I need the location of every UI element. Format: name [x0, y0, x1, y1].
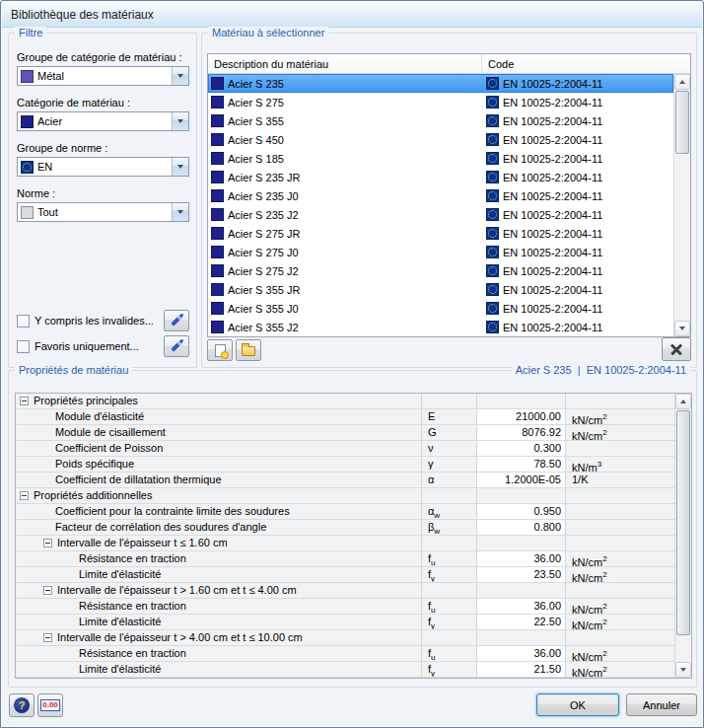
filter-combobox[interactable]: Métal [17, 66, 189, 86]
scroll-up-button[interactable] [674, 74, 690, 90]
filter-combobox[interactable]: EN [17, 157, 189, 177]
property-symbol-cell: fu [422, 599, 477, 615]
property-value-cell[interactable]: 23.50 [477, 567, 566, 583]
chevron-down-icon[interactable] [172, 112, 188, 130]
property-label: Coefficient pour la contrainte limite de… [55, 505, 290, 517]
scroll-up-button[interactable] [675, 394, 691, 409]
filter-field: Groupe de norme :EN [17, 142, 189, 177]
property-value-cell[interactable]: 36.00 [477, 551, 566, 567]
property-value-cell[interactable]: 78.50 [477, 457, 566, 473]
property-value-cell[interactable]: 0.950 [477, 504, 566, 520]
column-header-code[interactable]: Code [482, 54, 690, 73]
property-value-cell[interactable]: 8076.92 [477, 425, 566, 441]
column-header-description[interactable]: Description du matériau [208, 54, 482, 73]
material-row[interactable]: Acier S 275 J2EN 10025-2:2004-11 [208, 261, 673, 280]
property-unit-cell [566, 441, 674, 457]
property-value-cell[interactable]: 1.2000E-05 [477, 473, 566, 488]
collapse-icon[interactable] [43, 539, 52, 547]
property-value-cell[interactable]: 36.00 [477, 646, 566, 662]
calculator-icon: 0.00 [40, 699, 60, 711]
chevron-down-icon[interactable] [172, 203, 188, 221]
property-value-cell[interactable]: 0.800 [477, 520, 566, 536]
scroll-down-button[interactable] [675, 662, 691, 678]
calculator-button[interactable]: 0.00 [37, 693, 63, 717]
arrow-down-icon [679, 327, 685, 330]
material-scrollbar[interactable] [673, 74, 690, 336]
material-row[interactable]: Acier S 235EN 10025-2:2004-11 [208, 74, 673, 93]
checkbox[interactable] [17, 315, 30, 328]
delete-material-button[interactable] [662, 337, 691, 361]
property-unit-cell [566, 520, 674, 536]
checkbox[interactable] [17, 340, 30, 353]
symbol: ν [428, 442, 434, 454]
filter-combobox[interactable]: Tout [17, 202, 189, 222]
material-row[interactable]: Acier S 355EN 10025-2:2004-11 [208, 111, 673, 130]
eu-flag-icon [486, 189, 499, 202]
new-material-button[interactable] [207, 339, 233, 361]
chevron-down-icon[interactable] [172, 158, 188, 176]
collapse-icon[interactable] [20, 491, 29, 500]
material-code: EN 10025-2:2004-11 [503, 78, 602, 90]
property-row[interactable]: Intervalle de l'épaisseur t ≤ 1.60 cm [16, 536, 674, 551]
material-row[interactable]: Acier S 355 J0EN 10025-2:2004-11 [208, 299, 673, 318]
property-row[interactable]: Propriétés additionnelles [16, 488, 674, 504]
material-code: EN 10025-2:2004-11 [503, 153, 602, 165]
property-row: Limite d'élasticitéfy22.50kN/cm2 [16, 615, 674, 630]
property-row[interactable]: Propriétés principales [16, 394, 674, 409]
property-symbol-cell [422, 488, 477, 504]
filter-check-row: Y compris les invalides... [17, 308, 189, 333]
property-value-cell[interactable]: 0.300 [477, 441, 566, 457]
filter-combobox[interactable]: Acier [17, 111, 189, 131]
collapse-icon[interactable] [43, 586, 52, 595]
ok-button[interactable]: OK [536, 693, 619, 716]
property-symbol-cell: fy [422, 615, 477, 630]
scroll-track[interactable] [674, 90, 690, 321]
combobox-value: Tout [37, 206, 172, 218]
material-row[interactable]: Acier S 235 J0EN 10025-2:2004-11 [208, 186, 673, 205]
scroll-thumb[interactable] [675, 91, 689, 154]
material-row[interactable]: Acier S 450EN 10025-2:2004-11 [208, 130, 673, 149]
unit-exponent: 2 [602, 412, 606, 421]
combobox-value: Métal [37, 70, 172, 82]
eu-flag-icon [486, 114, 499, 127]
property-label: Module de cisaillement [55, 426, 166, 438]
unit: kN/cm [572, 667, 602, 678]
unit-exponent: 3 [598, 460, 601, 469]
title-bar[interactable]: Bibliothèque des matériaux [2, 2, 702, 28]
import-material-button[interactable] [236, 339, 261, 361]
property-symbol-cell: fu [422, 646, 477, 662]
scroll-thumb[interactable] [676, 410, 690, 635]
property-symbol-cell [422, 394, 477, 409]
material-row[interactable]: Acier S 185EN 10025-2:2004-11 [208, 149, 673, 168]
material-row[interactable]: Acier S 355 JREN 10025-2:2004-11 [208, 280, 673, 299]
scroll-track[interactable] [675, 409, 691, 662]
material-code-cell: EN 10025-2:2004-11 [482, 246, 673, 258]
material-row[interactable]: Acier S 235 J2EN 10025-2:2004-11 [208, 205, 673, 224]
collapse-icon[interactable] [43, 633, 52, 642]
filter-checkboxes: Y compris les invalides...Favoris unique… [17, 308, 189, 359]
property-unit-cell: kN/cm2 [566, 615, 674, 630]
property-unit-cell: kN/cm2 [566, 551, 674, 567]
material-name: Acier S 275 J2 [228, 265, 299, 277]
material-row[interactable]: Acier S 275 JREN 10025-2:2004-11 [208, 224, 673, 243]
material-table-body-wrap: Acier S 235EN 10025-2:2004-11Acier S 275… [208, 74, 690, 336]
properties-scrollbar[interactable] [674, 394, 691, 678]
property-value-cell[interactable]: 36.00 [477, 599, 566, 615]
help-button[interactable]: ? [9, 693, 35, 717]
property-value-cell[interactable]: 21.50 [477, 662, 566, 678]
material-row[interactable]: Acier S 275EN 10025-2:2004-11 [208, 93, 673, 111]
property-row[interactable]: Intervalle de l'épaisseur t > 4.00 cm et… [16, 630, 674, 646]
property-value-cell[interactable]: 22.50 [477, 615, 566, 630]
edit-list-button[interactable] [164, 310, 189, 331]
chevron-down-icon[interactable] [172, 67, 188, 85]
property-row[interactable]: Intervalle de l'épaisseur t > 1.60 cm et… [16, 583, 674, 599]
material-row[interactable]: Acier S 275 J0EN 10025-2:2004-11 [208, 243, 673, 261]
scroll-down-button[interactable] [674, 321, 690, 336]
material-row[interactable]: Acier S 235 JREN 10025-2:2004-11 [208, 168, 673, 186]
material-row[interactable]: Acier S 355 J2EN 10025-2:2004-11 [208, 318, 673, 336]
eu-flag-icon [486, 96, 499, 109]
property-value-cell[interactable]: 21000.00 [477, 409, 566, 425]
cancel-button[interactable]: Annuler [626, 693, 697, 716]
edit-list-button[interactable] [164, 335, 189, 357]
collapse-icon[interactable] [20, 397, 29, 405]
